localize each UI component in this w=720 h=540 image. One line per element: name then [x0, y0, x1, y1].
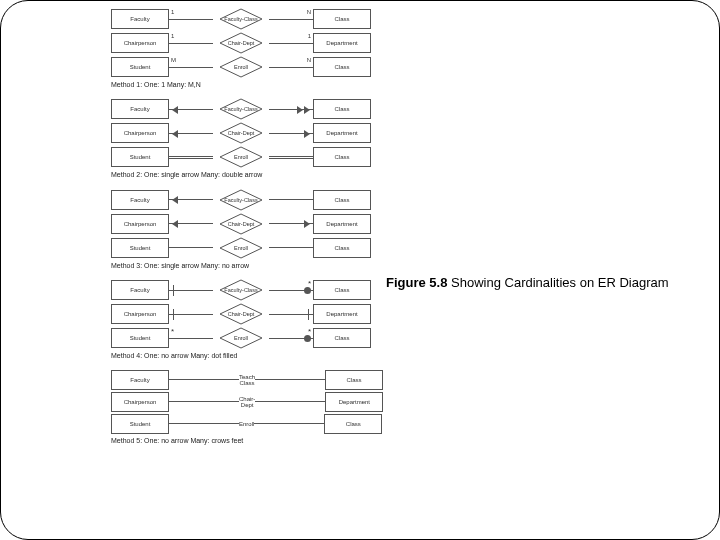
m5-row-faculty-class: Faculty Teach Class Class [111, 369, 371, 391]
rel-teach-class: Teach Class [239, 374, 255, 386]
caption-m5: Method 5: One: no arrow Many: crows feet [111, 437, 371, 445]
rel-faculty-class: Faculty-Class [219, 189, 263, 211]
entity-department: Department [313, 214, 371, 234]
entity-department: Department [313, 33, 371, 53]
conn-dot: * [269, 338, 313, 339]
conn-dot: * [269, 290, 313, 291]
rel-enroll: Enroll [239, 421, 254, 427]
entity-class: Class [313, 238, 371, 258]
entity-department: Department [325, 392, 383, 412]
caption-m1: Method 1: One: 1 Many: M,N [111, 81, 371, 89]
entity-class: Class [324, 414, 382, 434]
m4-row-faculty-class: Faculty Faculty-Class * Class [111, 278, 371, 302]
conn: 1 [169, 43, 213, 44]
m4-row-chair-dept: Chairperson Chair-Dept Department [111, 302, 371, 326]
m5-row-student-class: Student Enroll Class [111, 413, 371, 435]
conn [255, 379, 325, 380]
entity-student: Student [111, 57, 169, 77]
entity-class: Class [313, 57, 371, 77]
caption-m4: Method 4: One: no arrow Many: dot filled [111, 352, 371, 360]
entity-class: Class [313, 190, 371, 210]
conn: 1 [269, 43, 313, 44]
entity-chairperson: Chairperson [111, 392, 169, 412]
figure-caption: Figure 5.8 Showing Cardinalities on ER D… [386, 275, 669, 290]
rel-faculty-class: Faculty-Class [219, 98, 263, 120]
conn: N [269, 67, 313, 68]
slide-frame: Faculty 1 Faculty-Class N Class Chairper… [0, 0, 720, 540]
entity-student: Student [111, 328, 169, 348]
m1-row-faculty-class: Faculty 1 Faculty-Class N Class [111, 7, 371, 31]
entity-class: Class [325, 370, 383, 390]
conn-arrow-single [169, 199, 213, 200]
rel-enroll: Enroll [219, 56, 263, 78]
entity-faculty: Faculty [111, 190, 169, 210]
conn-arrow-single [169, 109, 213, 110]
rel-faculty-class: Faculty-Class [219, 8, 263, 30]
entity-chairperson: Chairperson [111, 123, 169, 143]
m1-row-chair-dept: Chairperson 1 Chair-Dept 1 Department [111, 31, 371, 55]
conn: N [269, 19, 313, 20]
method-1: Faculty 1 Faculty-Class N Class Chairper… [111, 7, 371, 89]
conn-noarrow [269, 247, 313, 248]
conn [169, 401, 239, 402]
m2-row-chair-dept: Chairperson Chair-Dept Department [111, 121, 371, 145]
conn-dot: * [169, 338, 213, 339]
entity-class: Class [313, 99, 371, 119]
entity-student: Student [111, 147, 169, 167]
m1-row-student-class: Student M Enroll N Class [111, 55, 371, 79]
entity-chairperson: Chairperson [111, 304, 169, 324]
caption-m2: Method 2: One: single arrow Many: double… [111, 171, 371, 179]
conn-arrow-double [269, 109, 313, 110]
figure-title: Showing Cardinalities on ER Diagram [447, 275, 668, 290]
m2-row-faculty-class: Faculty Faculty-Class Class [111, 97, 371, 121]
m3-row-faculty-class: Faculty Faculty-Class Class [111, 188, 371, 212]
entity-class: Class [313, 9, 371, 29]
conn-noarrow [169, 247, 213, 248]
conn-bar [169, 290, 213, 291]
rel-enroll: Enroll [219, 327, 263, 349]
entity-class: Class [313, 280, 371, 300]
conn-bar [269, 314, 313, 315]
conn: 1 [169, 19, 213, 20]
method-4: Faculty Faculty-Class * Class Chairperso… [111, 278, 371, 360]
conn-arrow-single [269, 223, 313, 224]
conn-arrow-single [169, 133, 213, 134]
entity-chairperson: Chairperson [111, 214, 169, 234]
rel-faculty-class: Faculty-Class [219, 279, 263, 301]
entity-class: Class [313, 328, 371, 348]
conn [169, 423, 239, 424]
m5-row-chair-dept: Chairperson Chair-Dept Department [111, 391, 371, 413]
entity-department: Department [313, 304, 371, 324]
conn-bar [169, 314, 213, 315]
entity-faculty: Faculty [111, 280, 169, 300]
entity-department: Department [313, 123, 371, 143]
rel-chair-dept: Chair-Dept [219, 303, 263, 325]
conn-arrow-double [269, 156, 313, 159]
entity-student: Student [111, 414, 169, 434]
conn: M [169, 67, 213, 68]
m3-row-student-class: Student Enroll Class [111, 236, 371, 260]
m4-row-student-class: Student * Enroll * Class [111, 326, 371, 350]
conn-arrow-single [169, 223, 213, 224]
entity-chairperson: Chairperson [111, 33, 169, 53]
rel-chair-dept: Chair-Dept [219, 213, 263, 235]
rel-enroll: Enroll [219, 237, 263, 259]
method-3: Faculty Faculty-Class Class Chairperson … [111, 188, 371, 270]
m2-row-student-class: Student Enroll Class [111, 145, 371, 169]
entity-faculty: Faculty [111, 370, 169, 390]
method-2: Faculty Faculty-Class Class Chairperson … [111, 97, 371, 179]
entity-faculty: Faculty [111, 9, 169, 29]
rel-enroll: Enroll [219, 146, 263, 168]
conn [254, 423, 324, 424]
caption-m3: Method 3: One: single arrow Many: no arr… [111, 262, 371, 270]
entity-student: Student [111, 238, 169, 258]
conn [255, 401, 325, 402]
entity-faculty: Faculty [111, 99, 169, 119]
conn [169, 379, 239, 380]
conn-noarrow [269, 199, 313, 200]
er-diagram: Faculty 1 Faculty-Class N Class Chairper… [111, 7, 371, 453]
conn-arrow-double [169, 156, 213, 159]
rel-chair-dept: Chair-Dept [219, 122, 263, 144]
figure-number: Figure 5.8 [386, 275, 447, 290]
rel-chair-dept: Chair-Dept [219, 32, 263, 54]
